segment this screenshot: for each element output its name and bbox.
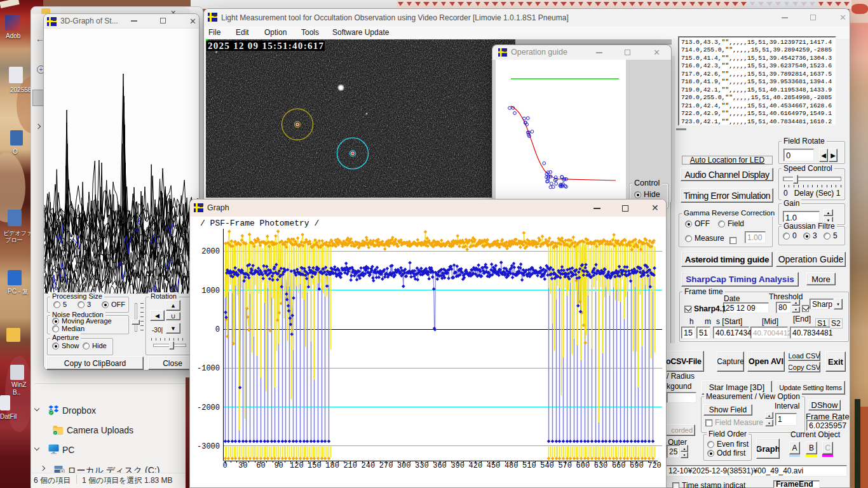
svg-text:2025 12 09 15:51:40:617: 2025 12 09 15:51:40:617: [208, 41, 324, 51]
svg-text:/ PSF-Frame Photometry /: / PSF-Frame Photometry /: [200, 219, 319, 228]
svg-text:270: 270: [379, 461, 393, 470]
svg-text:390: 390: [451, 461, 465, 470]
svg-text:0: 0: [215, 325, 220, 334]
svg-text:120: 120: [290, 461, 304, 470]
svg-text:180: 180: [325, 461, 339, 470]
svg-text:60: 60: [256, 461, 265, 470]
svg-text:570: 570: [558, 461, 572, 470]
svg-text:150: 150: [308, 461, 322, 470]
svg-text:1000: 1000: [201, 287, 220, 295]
svg-text:90: 90: [274, 461, 283, 470]
svg-text:510: 510: [522, 461, 536, 470]
svg-text:-3000: -3000: [197, 442, 220, 451]
svg-text:480: 480: [505, 461, 519, 470]
svg-text:660: 660: [612, 461, 626, 470]
svg-text:300: 300: [397, 461, 411, 470]
svg-text:210: 210: [343, 461, 357, 470]
svg-text:330: 330: [415, 461, 429, 470]
svg-text:360: 360: [433, 461, 447, 470]
svg-text:-2000: -2000: [197, 403, 220, 412]
svg-text:2000: 2000: [201, 247, 220, 256]
svg-text:30: 30: [238, 461, 247, 470]
svg-text:690: 690: [630, 461, 644, 470]
svg-text:720: 720: [648, 461, 661, 470]
svg-text:240: 240: [362, 461, 376, 470]
svg-text:450: 450: [487, 461, 501, 470]
svg-text:0: 0: [222, 461, 227, 470]
svg-text:-1000: -1000: [197, 364, 220, 373]
svg-text:600: 600: [576, 461, 590, 470]
svg-text:630: 630: [594, 461, 608, 470]
svg-text:420: 420: [469, 461, 483, 470]
svg-text:540: 540: [540, 461, 554, 470]
